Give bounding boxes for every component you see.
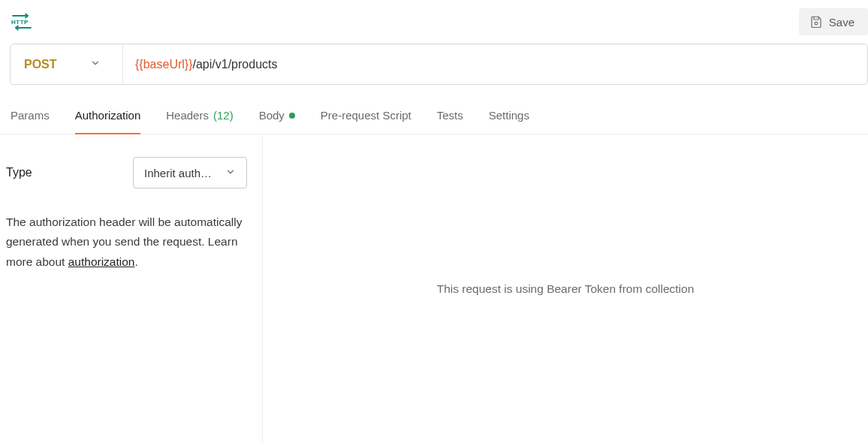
auth-description: The authorization header will be automat…	[6, 212, 247, 272]
body-indicator-dot	[289, 113, 295, 119]
auth-right-pane: This request is using Bearer Token from …	[263, 134, 868, 443]
main-content: Type Inherit auth from parent The author…	[0, 134, 868, 443]
headers-count: (12)	[213, 109, 234, 122]
url-bar-wrap: POST {{baseUrl}}/api/v1/products	[0, 44, 868, 85]
tab-tests[interactable]: Tests	[437, 95, 463, 134]
method-value: POST	[24, 58, 57, 71]
request-header-row: HTTP Save	[0, 0, 868, 44]
auth-inherit-message: This request is using Bearer Token from …	[437, 282, 695, 296]
method-dropdown[interactable]: POST	[11, 44, 123, 84]
chevron-down-icon	[90, 58, 101, 71]
url-bar: POST {{baseUrl}}/api/v1/products	[10, 44, 868, 85]
tab-headers[interactable]: Headers (12)	[166, 95, 233, 134]
chevron-down-icon	[225, 167, 236, 179]
url-variable: {{baseUrl}}	[135, 58, 193, 71]
save-button[interactable]: Save	[799, 8, 868, 35]
url-path: /api/v1/products	[193, 58, 278, 71]
auth-type-value: Inherit auth from parent	[144, 167, 213, 179]
tab-body[interactable]: Body	[259, 95, 295, 134]
url-input[interactable]: {{baseUrl}}/api/v1/products	[123, 44, 867, 84]
authorization-link[interactable]: authorization	[68, 255, 135, 268]
tab-authorization[interactable]: Authorization	[75, 95, 141, 134]
auth-type-row: Type Inherit auth from parent	[6, 157, 247, 188]
svg-text:HTTP: HTTP	[11, 19, 29, 26]
tab-params[interactable]: Params	[11, 95, 50, 134]
auth-left-pane: Type Inherit auth from parent The author…	[0, 134, 263, 443]
http-icon: HTTP	[11, 14, 34, 30]
save-button-label: Save	[829, 16, 854, 29]
tab-settings[interactable]: Settings	[489, 95, 529, 134]
auth-type-label: Type	[6, 166, 32, 179]
svg-point-1	[815, 22, 818, 25]
tab-pre-request-script[interactable]: Pre-request Script	[321, 95, 411, 134]
floppy-icon	[809, 15, 823, 29]
auth-type-dropdown[interactable]: Inherit auth from parent	[133, 157, 247, 188]
request-tabs: Params Authorization Headers (12) Body P…	[0, 95, 868, 134]
